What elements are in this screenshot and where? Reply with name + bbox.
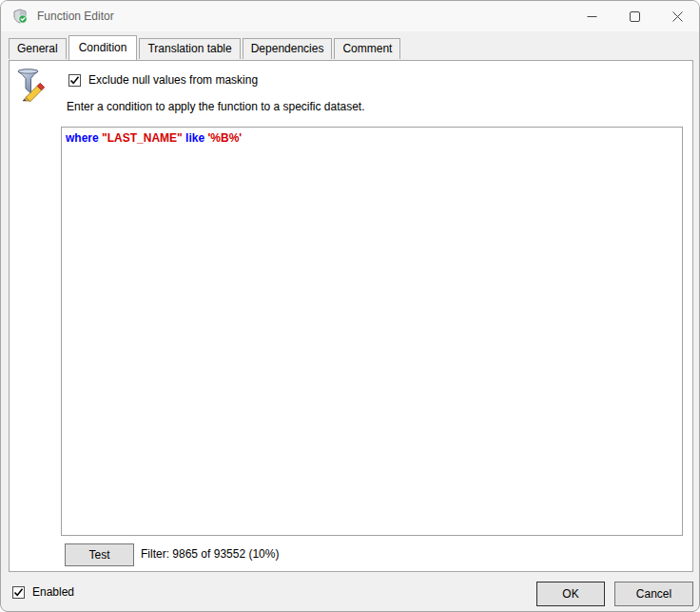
exclude-null-checkbox-row: Exclude null values from masking: [68, 73, 258, 87]
window-title: Function Editor: [37, 10, 114, 23]
enabled-checkbox[interactable]: [12, 586, 25, 599]
sql-keyword: like: [183, 131, 204, 145]
condition-code: where "LAST_NAME" like '%B%': [66, 130, 242, 146]
condition-editor[interactable]: where "LAST_NAME" like '%B%': [61, 127, 683, 536]
test-button[interactable]: Test: [65, 543, 134, 566]
tab-dependencies[interactable]: Dependencies: [243, 38, 333, 59]
ok-button[interactable]: OK: [536, 582, 605, 606]
checkmark-icon: [69, 75, 80, 86]
minimize-icon: [587, 11, 597, 22]
exclude-null-checkbox-label: Exclude null values from masking: [88, 73, 258, 87]
window-controls: [571, 1, 699, 31]
sql-identifier: "LAST_NAME": [99, 131, 183, 145]
tab-condition[interactable]: Condition: [68, 35, 138, 60]
minimize-button[interactable]: [571, 1, 613, 31]
shield-check-icon: [12, 9, 28, 24]
filter-status-text: Filter: 9865 of 93552 (10%): [141, 543, 279, 565]
tab-strip: General Condition Translation table Depe…: [9, 35, 402, 59]
close-button[interactable]: [656, 1, 699, 31]
tab-comment[interactable]: Comment: [334, 38, 400, 59]
cancel-button[interactable]: Cancel: [614, 582, 693, 606]
sql-string: '%B%': [204, 131, 242, 145]
maximize-icon: [630, 11, 640, 22]
condition-tab-page: Exclude null values from masking Enter a…: [9, 60, 693, 572]
checkmark-icon: [13, 587, 24, 598]
close-icon: [672, 11, 683, 22]
tab-translation-table[interactable]: Translation table: [139, 38, 240, 59]
sql-keyword: where: [66, 131, 99, 145]
function-editor-dialog: Function Editor General Conditio: [0, 0, 700, 612]
maximize-button[interactable]: [613, 1, 656, 31]
enabled-checkbox-row: Enabled: [12, 585, 74, 599]
title-bar: Function Editor: [1, 1, 699, 31]
filter-edit-icon: [13, 69, 48, 103]
enabled-checkbox-label: Enabled: [32, 585, 74, 599]
instruction-text: Enter a condition to apply the function …: [67, 100, 365, 113]
tab-general[interactable]: General: [9, 38, 67, 59]
exclude-null-checkbox[interactable]: [68, 74, 81, 87]
